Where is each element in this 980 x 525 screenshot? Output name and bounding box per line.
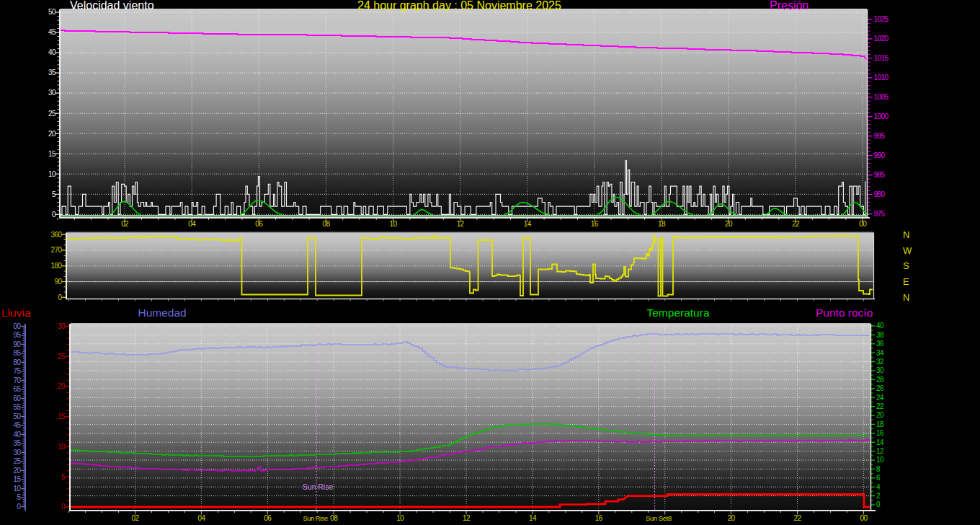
svg-text:15: 15 [14, 475, 22, 483]
svg-text:1025: 1025 [874, 15, 889, 23]
svg-text:90: 90 [14, 340, 22, 348]
svg-text:34: 34 [876, 349, 884, 357]
svg-text:Temperatura: Temperatura [647, 306, 710, 319]
svg-text:38: 38 [876, 331, 884, 339]
svg-text:90: 90 [55, 278, 63, 286]
svg-text:15: 15 [58, 412, 66, 420]
svg-text:95: 95 [14, 331, 22, 339]
svg-text:25: 25 [48, 110, 56, 118]
svg-text:E: E [903, 276, 909, 287]
svg-text:N: N [903, 229, 909, 240]
svg-text:85: 85 [14, 349, 22, 357]
svg-text:990: 990 [874, 151, 886, 159]
svg-text:W: W [903, 245, 912, 256]
svg-text:1000: 1000 [874, 112, 889, 120]
svg-text:04: 04 [188, 220, 196, 228]
svg-text:60: 60 [14, 394, 22, 402]
svg-text:25: 25 [58, 353, 66, 361]
svg-text:14: 14 [529, 514, 537, 522]
svg-text:180: 180 [51, 262, 63, 270]
svg-text:22: 22 [876, 402, 884, 410]
svg-text:16: 16 [595, 514, 603, 522]
svg-text:22: 22 [794, 514, 802, 522]
svg-text:10: 10 [58, 443, 66, 451]
svg-text:N: N [903, 292, 909, 303]
svg-text:Sun Rise: Sun Rise [303, 482, 334, 491]
svg-text:80: 80 [14, 358, 22, 366]
svg-text:40: 40 [48, 48, 56, 56]
svg-text:14: 14 [876, 438, 884, 446]
svg-text:20: 20 [728, 514, 736, 522]
svg-text:Humedad: Humedad [138, 306, 187, 319]
svg-text:50: 50 [48, 8, 56, 16]
svg-text:40: 40 [876, 322, 884, 330]
svg-text:Punto rocío: Punto rocío [816, 306, 873, 319]
svg-text:45: 45 [14, 421, 22, 429]
svg-text:30: 30 [14, 449, 22, 456]
svg-text:270: 270 [51, 246, 63, 254]
svg-text:10: 10 [14, 485, 22, 493]
svg-text:30: 30 [876, 366, 884, 374]
svg-text:10: 10 [48, 170, 56, 178]
svg-text:12: 12 [457, 220, 465, 228]
svg-text:12: 12 [876, 447, 884, 455]
svg-text:50: 50 [14, 412, 22, 420]
svg-text:1020: 1020 [874, 35, 889, 43]
svg-text:25: 25 [14, 457, 22, 465]
svg-text:20: 20 [58, 382, 66, 390]
svg-text:Velocidad viento: Velocidad viento [70, 0, 154, 12]
svg-text:70: 70 [14, 376, 22, 384]
svg-text:08: 08 [322, 220, 330, 228]
svg-text:16: 16 [591, 220, 599, 228]
svg-text:22: 22 [792, 220, 800, 228]
svg-text:985: 985 [874, 171, 886, 179]
svg-text:30: 30 [58, 322, 66, 330]
svg-text:16: 16 [876, 429, 884, 437]
svg-text:15: 15 [48, 150, 56, 158]
svg-text:S: S [903, 260, 909, 271]
svg-text:360: 360 [51, 231, 63, 239]
svg-text:1010: 1010 [874, 74, 889, 81]
svg-text:00: 00 [14, 322, 22, 330]
svg-text:1015: 1015 [874, 54, 889, 62]
svg-text:40: 40 [14, 431, 22, 438]
svg-text:20: 20 [14, 467, 22, 475]
svg-text:06: 06 [264, 514, 272, 522]
svg-text:35: 35 [14, 439, 22, 447]
svg-text:12: 12 [463, 514, 471, 522]
svg-text:06: 06 [255, 220, 263, 228]
svg-text:975: 975 [874, 210, 886, 218]
svg-text:20: 20 [725, 220, 733, 228]
svg-text:1005: 1005 [874, 93, 889, 101]
svg-text:18: 18 [658, 220, 666, 228]
svg-text:14: 14 [524, 220, 532, 228]
svg-text:02: 02 [132, 514, 140, 522]
svg-text:Presión: Presión [770, 0, 808, 12]
svg-text:20: 20 [876, 411, 884, 419]
svg-text:02: 02 [121, 220, 129, 228]
svg-text:36: 36 [876, 340, 884, 348]
svg-text:00: 00 [859, 220, 867, 228]
svg-text:04: 04 [197, 514, 205, 522]
svg-text:Sun Set8: Sun Set8 [646, 515, 672, 522]
svg-text:10: 10 [390, 220, 398, 228]
svg-text:45: 45 [48, 28, 56, 36]
svg-text:30: 30 [48, 89, 56, 97]
svg-text:26: 26 [876, 384, 884, 392]
svg-text:08: 08 [330, 514, 338, 522]
svg-text:65: 65 [14, 385, 22, 393]
svg-text:Lluvia: Lluvia [1, 306, 31, 319]
svg-text:980: 980 [874, 190, 886, 198]
svg-text:55: 55 [14, 403, 22, 411]
svg-text:24: 24 [876, 394, 884, 402]
svg-text:Sun Rise: Sun Rise [303, 515, 328, 522]
svg-text:32: 32 [876, 358, 884, 366]
svg-text:35: 35 [48, 69, 56, 76]
svg-text:10: 10 [396, 514, 404, 522]
svg-text:75: 75 [14, 367, 22, 375]
svg-text:995: 995 [874, 132, 886, 140]
svg-text:28: 28 [876, 376, 884, 384]
svg-text:10: 10 [876, 456, 884, 464]
svg-text:18: 18 [876, 420, 884, 428]
svg-text:24 hour graph day : 05 Noviemb: 24 hour graph day : 05 Noviembre 2025 [357, 0, 561, 12]
